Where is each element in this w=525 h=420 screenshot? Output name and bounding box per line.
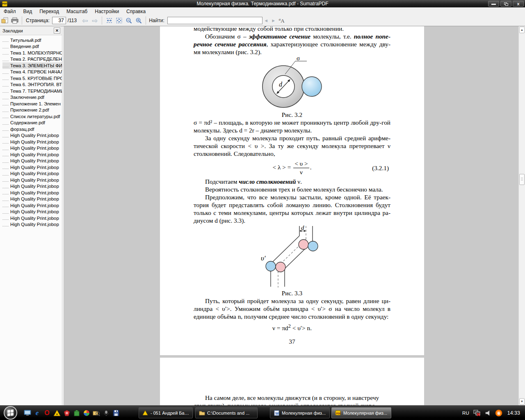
menu-goto[interactable]: Переход: [36, 8, 63, 15]
volume-icon[interactable]: [485, 410, 491, 416]
vertical-scrollbar[interactable]: ▲ ▼: [518, 26, 525, 405]
tree-connector: [2, 223, 9, 226]
green-app-icon[interactable]: [72, 409, 81, 418]
internet-explorer-icon[interactable]: e: [33, 409, 41, 418]
tree-connector: [2, 178, 9, 182]
bookmark-item[interactable]: Тема 7. ТЕРМОДИНАМИ: [2, 88, 62, 94]
bookmark-label: High Quality Print.jobop: [10, 146, 59, 151]
zoom-out-icon: [126, 17, 132, 24]
taskbar-button-explorer[interactable]: C:\Documents and ...: [195, 407, 258, 418]
bookmark-item[interactable]: Титульный.pdf: [2, 37, 62, 43]
search-tool-icon[interactable]: [92, 409, 100, 418]
bookmark-label: High Quality Print.jobop: [10, 216, 59, 221]
bookmark-item[interactable]: Тема 6. ЭНТРОПИЯ. ВТО: [2, 82, 62, 88]
bookmark-item[interactable]: High Quality Print.jobop: [2, 202, 62, 209]
scroll-down-button[interactable]: ▼: [519, 398, 525, 405]
zoom-out-button[interactable]: [124, 16, 134, 25]
bookmark-label: High Quality Print.jobop: [10, 203, 59, 208]
fit-page-button[interactable]: [114, 16, 124, 25]
print-button[interactable]: [10, 16, 20, 25]
match-case-button[interactable]: аA: [279, 17, 285, 24]
menu-settings[interactable]: Настройки: [91, 8, 123, 15]
bookmark-item[interactable]: Тема 5. КРУГОВЫЕ ПРО: [2, 75, 62, 82]
floppy-save-icon[interactable]: [112, 409, 120, 418]
bookmark-label: Тема 3. ЭЛЕМЕНТЫ ФИЗИ: [10, 63, 62, 68]
find-next-button[interactable]: ►: [270, 18, 277, 23]
show-desktop-icon[interactable]: [23, 409, 32, 418]
tree-connector: [2, 76, 9, 80]
close-button[interactable]: x: [513, 1, 524, 7]
bookmark-item[interactable]: High Quality Print.jobop: [2, 189, 62, 196]
bookmarks-close-button[interactable]: ✕: [54, 27, 60, 34]
restore-button[interactable]: [500, 1, 511, 7]
taskbar-button-word[interactable]: W Молекулярная физ...: [270, 407, 330, 418]
pdf-page-38: На самом деле, все молекулы движутся (и …: [160, 358, 424, 405]
page-number-input[interactable]: [52, 17, 66, 24]
network-disconnected-icon[interactable]: [473, 409, 481, 417]
bookmark-item[interactable]: High Quality Print.jobop: [2, 177, 62, 183]
find-input[interactable]: [167, 17, 262, 24]
bookmark-item[interactable]: High Quality Print.jobop: [2, 183, 62, 190]
menu-view[interactable]: Вид: [20, 8, 36, 15]
language-indicator[interactable]: RU: [462, 411, 469, 415]
page-forward-button[interactable]: ⇨: [90, 16, 100, 25]
tree-connector: [2, 127, 9, 131]
fit-width-button[interactable]: [104, 16, 114, 25]
svg-text:a: a: [498, 411, 500, 415]
bookmark-item[interactable]: Тема 4. ПЕРВОЕ НАЧАЛО: [2, 69, 62, 75]
formula-lhs: < λ > =: [273, 164, 291, 171]
bookmark-label: форзац.pdf: [10, 127, 34, 132]
paragraph-text: Путь, который пройдет молекула за одну с…: [194, 297, 390, 320]
recorder-app-icon[interactable]: [102, 409, 110, 418]
bookmark-item[interactable]: High Quality Print.jobop: [2, 158, 62, 164]
document-area[interactable]: модействующие между собой только при сто…: [64, 26, 518, 405]
minimize-icon: [491, 4, 496, 5]
start-button[interactable]: [4, 406, 17, 420]
menu-file[interactable]: Файл: [0, 8, 20, 15]
red-app-icon[interactable]: [62, 409, 71, 418]
bookmark-item[interactable]: High Quality Print.jobop: [2, 215, 62, 221]
bookmark-item[interactable]: форзац.pdf: [2, 126, 62, 132]
page-back-button[interactable]: ⇦: [80, 16, 90, 25]
bookmark-item[interactable]: Приложение 2.pdf: [2, 107, 62, 114]
bookmark-item[interactable]: Приложение 1. Элемен: [2, 100, 62, 107]
clock[interactable]: 14:33: [507, 410, 520, 416]
taskbar-button-qip-chat[interactable]: - 051 Андрей Банд...: [139, 407, 193, 418]
menu-zoom[interactable]: Масштаб: [63, 8, 91, 15]
color-sphere-icon[interactable]: [82, 409, 91, 418]
scrollbar-thumb[interactable]: [519, 174, 525, 185]
bookmark-item[interactable]: Тема 1. МОЛЕКУЛЯРНО-: [2, 50, 62, 56]
bookmark-item[interactable]: High Quality Print.jobop: [2, 145, 62, 152]
open-file-button[interactable]: [0, 16, 10, 25]
bookmark-item[interactable]: High Quality Print.jobop: [2, 132, 62, 139]
tree-connector: [2, 185, 9, 188]
zoom-in-button[interactable]: [134, 16, 144, 25]
figure-3-3-caption: Рис. 3.3: [194, 289, 390, 297]
bookmark-item[interactable]: High Quality Print.jobop: [2, 171, 62, 177]
paragraph-text: молекулы, т.е.: [310, 33, 354, 40]
bookmark-item[interactable]: Заключение.pdf: [2, 94, 62, 101]
bookmark-item[interactable]: Тема 2. РАСПРЕДЕЛЕНИ: [2, 56, 62, 63]
bookmark-item[interactable]: Тема 3. ЭЛЕМЕНТЫ ФИЗИ: [2, 62, 62, 69]
formula-3-2-1: < λ > = < υ >ν. (3.2.1): [194, 160, 390, 176]
main-area: Закладки ✕ Титульный.pdfВведение.pdfТема…: [0, 26, 525, 405]
bookmark-item[interactable]: High Quality Print.jobop: [2, 209, 62, 215]
bookmark-item[interactable]: Введение.pdf: [2, 43, 62, 50]
find-previous-button[interactable]: ◄: [262, 18, 270, 23]
minimize-button[interactable]: [488, 1, 499, 7]
bookmark-label: Содержание.pdf: [10, 120, 45, 125]
scroll-up-button[interactable]: ▲: [519, 27, 525, 33]
qip-icon[interactable]: [52, 409, 61, 418]
taskbar-button-sumatra-active[interactable]: PDF Молекулярная физ...: [331, 407, 391, 418]
opera-icon[interactable]: O: [43, 409, 51, 418]
bookmark-item[interactable]: High Quality Print.jobop: [2, 221, 62, 228]
bookmark-item[interactable]: Список литературы.pdf: [2, 113, 62, 120]
bookmark-item[interactable]: High Quality Print.jobop: [2, 151, 62, 158]
bookmark-item[interactable]: High Quality Print.jobop: [2, 164, 62, 171]
bookmark-item[interactable]: Содержание.pdf: [2, 120, 62, 126]
bookmark-item[interactable]: High Quality Print.jobop: [2, 196, 62, 203]
bookmark-item[interactable]: High Quality Print.jobop: [2, 139, 62, 145]
avast-icon[interactable]: a: [495, 409, 502, 417]
tree-connector: [2, 140, 9, 144]
menu-help[interactable]: Справка: [123, 8, 149, 15]
